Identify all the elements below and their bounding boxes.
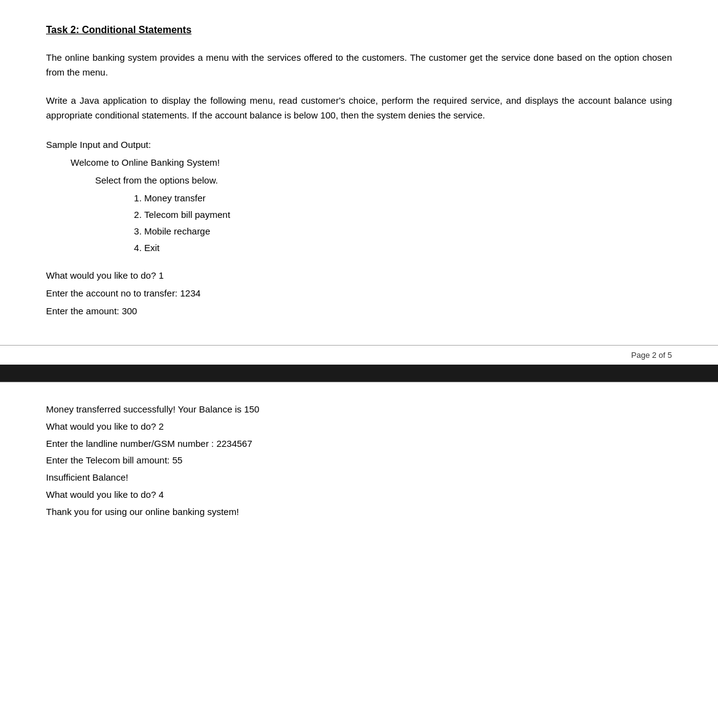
sample-label: Sample Input and Output:	[46, 136, 672, 153]
menu-list: Money transfer Telecom bill payment Mobi…	[46, 190, 672, 256]
bottom-io-line-4: Enter the Telecom bill amount: 55	[46, 452, 672, 469]
list-item: Money transfer	[144, 190, 672, 206]
bottom-io-line-3: Enter the landline number/GSM number : 2…	[46, 435, 672, 452]
top-page: Task 2: Conditional Statements The onlin…	[0, 0, 718, 320]
bottom-io-line-2: What would you like to do? 2	[46, 418, 672, 435]
select-line: Select from the options below.	[46, 172, 672, 188]
welcome-line: Welcome to Online Banking System!	[46, 154, 672, 171]
list-item: Exit	[144, 239, 672, 256]
bottom-page: Money transferred successfully! Your Bal…	[0, 382, 718, 728]
description-p2: Write a Java application to display the …	[46, 93, 672, 123]
io-line-1: What would you like to do? 1	[46, 267, 672, 284]
page-footer: Page 2 of 5	[0, 345, 718, 365]
description-p1: The online banking system provides a men…	[46, 50, 672, 80]
list-item: Mobile recharge	[144, 223, 672, 239]
page-container: Task 2: Conditional Statements The onlin…	[0, 0, 718, 728]
task-title: Task 2: Conditional Statements	[46, 25, 672, 36]
black-bar-divider	[0, 365, 718, 382]
page-number: Page 2 of 5	[631, 350, 673, 360]
bottom-io-line-6: What would you like to do? 4	[46, 486, 672, 503]
bottom-io-line-5: Insufficient Balance!	[46, 469, 672, 486]
bottom-io-line-1: Money transferred successfully! Your Bal…	[46, 401, 672, 418]
list-item: Telecom bill payment	[144, 206, 672, 223]
io-line-2: Enter the account no to transfer: 1234	[46, 285, 672, 301]
io-line-3: Enter the amount: 300	[46, 303, 672, 319]
bottom-io-line-7: Thank you for using our online banking s…	[46, 503, 672, 521]
